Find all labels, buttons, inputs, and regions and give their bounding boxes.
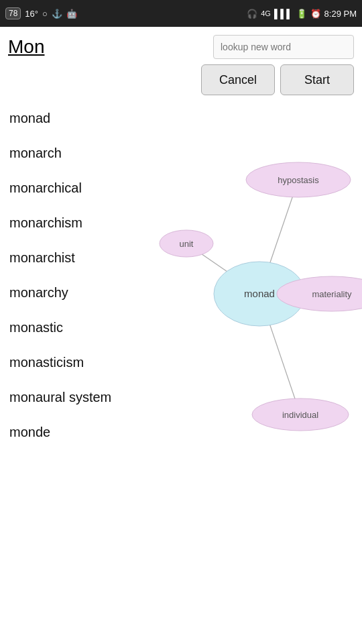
circle-icon: ○ <box>42 9 48 19</box>
status-left: 78 16° ○ ⚓ 🤖 <box>5 7 77 19</box>
list-item[interactable]: monarchism <box>9 205 117 240</box>
list-item[interactable]: monastic <box>9 310 117 345</box>
list-item[interactable]: monde <box>9 415 117 449</box>
time-display: 8:29 PM <box>324 9 357 19</box>
list-item[interactable]: monarch <box>9 136 117 170</box>
list-item[interactable]: monarchist <box>9 240 117 275</box>
list-item[interactable]: monad <box>9 101 117 136</box>
temperature: 16° <box>25 9 38 19</box>
badge-78: 78 <box>5 7 21 19</box>
node-unit-label: unit <box>180 239 194 249</box>
node-individual-label: individual <box>282 410 318 420</box>
mindmap-svg: monad hypostasis unit materiality indivi… <box>111 99 362 488</box>
cancel-button[interactable]: Cancel <box>201 64 275 95</box>
node-materiality-label: materiality <box>312 289 352 299</box>
usb-icon: ⚓ <box>52 9 62 19</box>
page-title: Mon <box>8 36 44 58</box>
node-hypostasis-label: hypostasis <box>278 175 319 185</box>
start-button[interactable]: Start <box>280 64 354 95</box>
mindmap-area: monad hypostasis unit materiality indivi… <box>111 99 362 488</box>
battery-icon: 🔋 <box>296 9 307 19</box>
list-item[interactable]: monarchical <box>9 170 117 205</box>
signal-icon: ▌▌▌ <box>274 9 293 19</box>
search-input[interactable] <box>213 35 354 59</box>
status-bar: 78 16° ○ ⚓ 🤖 🎧 4G ▌▌▌ 🔋 ⏰ 8:29 PM <box>0 0 362 27</box>
word-list: monad monarch monarchical monarchism mon… <box>0 101 117 449</box>
list-item[interactable]: monarchy <box>9 275 117 310</box>
list-item[interactable]: monaural system <box>9 380 117 415</box>
list-item[interactable]: monasticism <box>9 345 117 380</box>
header-row: Mon <box>0 27 362 64</box>
main-content: Mon Cancel Start monad monarch monarchic… <box>0 27 362 644</box>
alarm-icon: ⏰ <box>310 9 321 19</box>
headphones-icon: 🎧 <box>247 9 257 19</box>
node-monad-label: monad <box>244 288 275 299</box>
status-right: 🎧 4G ▌▌▌ 🔋 ⏰ 8:29 PM <box>247 9 357 19</box>
android-icon: 🤖 <box>66 9 77 19</box>
4g-icon: 4G <box>261 9 271 17</box>
